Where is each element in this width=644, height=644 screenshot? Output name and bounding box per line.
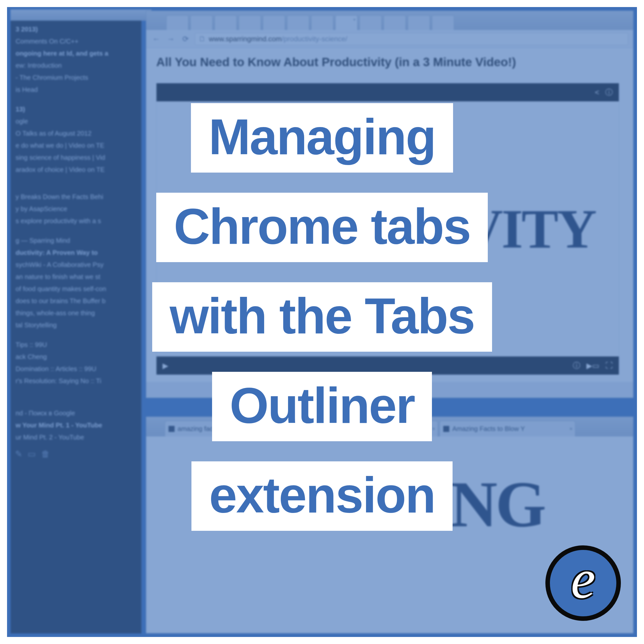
title-line-2: Chrome tabs: [156, 193, 488, 262]
title-line-4: Outliner: [212, 372, 432, 441]
title-line-3: with the Tabs: [152, 282, 492, 352]
logo-badge: e: [545, 545, 621, 621]
logo-letter: e: [571, 547, 595, 611]
title-line-1: Managing: [191, 103, 453, 173]
title-line-5: extension: [191, 461, 453, 531]
featured-image-canvas: 3 2013) Comments On C/C++ ongoing here a…: [0, 0, 644, 644]
title-overlay: Managing Chrome tabs with the Tabs Outli…: [0, 103, 644, 531]
